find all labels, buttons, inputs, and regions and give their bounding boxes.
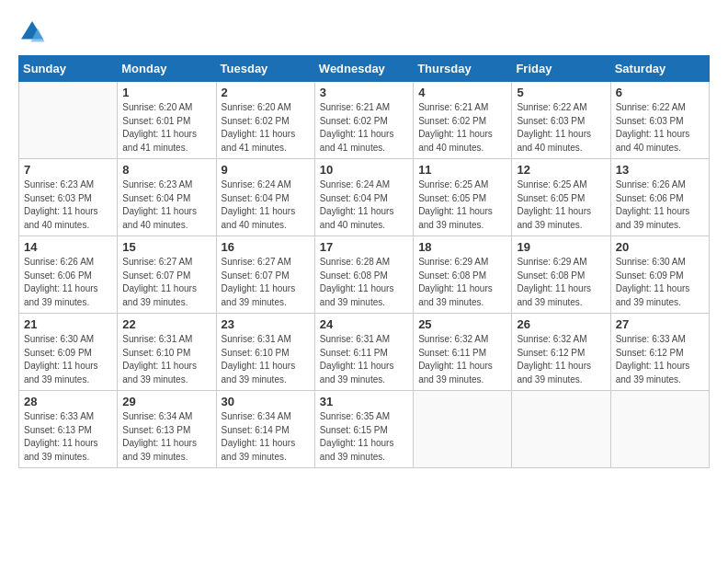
calendar-cell: 6Sunrise: 6:22 AM Sunset: 6:03 PM Daylig… — [610, 82, 709, 159]
day-number: 14 — [24, 240, 112, 254]
day-number: 5 — [517, 86, 605, 99]
calendar-cell: 31Sunrise: 6:35 AM Sunset: 6:15 PM Dayli… — [314, 391, 413, 468]
calendar-cell: 5Sunrise: 6:22 AM Sunset: 6:03 PM Daylig… — [512, 82, 610, 159]
day-number: 11 — [418, 163, 506, 177]
day-info: Sunrise: 6:20 AM Sunset: 6:01 PM Dayligh… — [122, 101, 210, 155]
day-info: Sunrise: 6:31 AM Sunset: 6:10 PM Dayligh… — [122, 333, 210, 386]
calendar-cell: 24Sunrise: 6:31 AM Sunset: 6:11 PM Dayli… — [314, 314, 413, 391]
day-info: Sunrise: 6:22 AM Sunset: 6:03 PM Dayligh… — [616, 101, 704, 155]
day-info: Sunrise: 6:24 AM Sunset: 6:04 PM Dayligh… — [222, 178, 310, 232]
day-number: 24 — [320, 317, 408, 331]
calendar-cell: 1Sunrise: 6:20 AM Sunset: 6:01 PM Daylig… — [118, 82, 216, 159]
day-info: Sunrise: 6:23 AM Sunset: 6:03 PM Dayligh… — [24, 178, 112, 232]
calendar-cell: 27Sunrise: 6:33 AM Sunset: 6:12 PM Dayli… — [610, 314, 709, 391]
day-number: 1 — [122, 86, 210, 99]
day-info: Sunrise: 6:23 AM Sunset: 6:04 PM Dayligh… — [122, 178, 210, 232]
day-info: Sunrise: 6:30 AM Sunset: 6:09 PM Dayligh… — [24, 333, 112, 386]
calendar-cell: 20Sunrise: 6:30 AM Sunset: 6:09 PM Dayli… — [610, 236, 709, 314]
calendar-cell — [19, 82, 118, 159]
day-info: Sunrise: 6:28 AM Sunset: 6:08 PM Dayligh… — [320, 256, 408, 309]
day-info: Sunrise: 6:34 AM Sunset: 6:14 PM Dayligh… — [222, 410, 310, 464]
day-info: Sunrise: 6:21 AM Sunset: 6:02 PM Dayligh… — [320, 101, 408, 155]
day-number: 7 — [24, 163, 112, 177]
day-number: 9 — [222, 163, 310, 177]
calendar-cell: 13Sunrise: 6:26 AM Sunset: 6:06 PM Dayli… — [610, 159, 709, 236]
day-number: 16 — [222, 240, 310, 254]
day-info: Sunrise: 6:29 AM Sunset: 6:08 PM Dayligh… — [418, 256, 506, 309]
calendar-cell: 26Sunrise: 6:32 AM Sunset: 6:12 PM Dayli… — [512, 314, 610, 391]
day-info: Sunrise: 6:20 AM Sunset: 6:02 PM Dayligh… — [222, 101, 310, 155]
day-number: 13 — [616, 163, 704, 177]
calendar-cell: 21Sunrise: 6:30 AM Sunset: 6:09 PM Dayli… — [19, 314, 118, 391]
calendar-cell: 19Sunrise: 6:29 AM Sunset: 6:08 PM Dayli… — [512, 236, 610, 314]
calendar: SundayMondayTuesdayWednesdayThursdayFrid… — [18, 55, 710, 468]
calendar-cell: 11Sunrise: 6:25 AM Sunset: 6:05 PM Dayli… — [414, 159, 512, 236]
day-info: Sunrise: 6:31 AM Sunset: 6:11 PM Dayligh… — [320, 333, 408, 386]
calendar-week-row: 1Sunrise: 6:20 AM Sunset: 6:01 PM Daylig… — [19, 82, 710, 159]
calendar-cell: 30Sunrise: 6:34 AM Sunset: 6:14 PM Dayli… — [216, 391, 314, 468]
calendar-cell: 4Sunrise: 6:21 AM Sunset: 6:02 PM Daylig… — [414, 82, 512, 159]
day-number: 30 — [222, 395, 310, 408]
calendar-cell: 18Sunrise: 6:29 AM Sunset: 6:08 PM Dayli… — [414, 236, 512, 314]
calendar-cell: 2Sunrise: 6:20 AM Sunset: 6:02 PM Daylig… — [216, 82, 314, 159]
day-info: Sunrise: 6:30 AM Sunset: 6:09 PM Dayligh… — [616, 256, 704, 309]
day-info: Sunrise: 6:32 AM Sunset: 6:11 PM Dayligh… — [418, 333, 506, 386]
page-header — [18, 18, 710, 46]
calendar-cell: 9Sunrise: 6:24 AM Sunset: 6:04 PM Daylig… — [216, 159, 314, 236]
day-number: 23 — [222, 317, 310, 331]
calendar-cell — [610, 391, 709, 468]
weekday-header: Friday — [512, 56, 610, 82]
weekday-header: Monday — [118, 56, 216, 82]
day-info: Sunrise: 6:25 AM Sunset: 6:05 PM Dayligh… — [418, 178, 506, 232]
weekday-header: Thursday — [414, 56, 512, 82]
day-info: Sunrise: 6:26 AM Sunset: 6:06 PM Dayligh… — [24, 256, 112, 309]
calendar-cell: 28Sunrise: 6:33 AM Sunset: 6:13 PM Dayli… — [19, 391, 118, 468]
calendar-week-row: 14Sunrise: 6:26 AM Sunset: 6:06 PM Dayli… — [19, 236, 710, 314]
calendar-cell: 17Sunrise: 6:28 AM Sunset: 6:08 PM Dayli… — [314, 236, 413, 314]
calendar-cell: 8Sunrise: 6:23 AM Sunset: 6:04 PM Daylig… — [118, 159, 216, 236]
calendar-week-row: 28Sunrise: 6:33 AM Sunset: 6:13 PM Dayli… — [19, 391, 710, 468]
day-info: Sunrise: 6:32 AM Sunset: 6:12 PM Dayligh… — [517, 333, 605, 386]
day-number: 18 — [418, 240, 506, 254]
day-number: 17 — [320, 240, 408, 254]
day-number: 3 — [320, 86, 408, 99]
weekday-header: Sunday — [19, 56, 118, 82]
weekday-header-row: SundayMondayTuesdayWednesdayThursdayFrid… — [19, 56, 710, 82]
day-number: 4 — [418, 86, 506, 99]
day-number: 29 — [122, 395, 210, 408]
day-number: 26 — [517, 317, 605, 331]
day-info: Sunrise: 6:33 AM Sunset: 6:12 PM Dayligh… — [616, 333, 704, 386]
calendar-cell: 7Sunrise: 6:23 AM Sunset: 6:03 PM Daylig… — [19, 159, 118, 236]
day-number: 19 — [517, 240, 605, 254]
day-number: 8 — [122, 163, 210, 177]
calendar-cell: 3Sunrise: 6:21 AM Sunset: 6:02 PM Daylig… — [314, 82, 413, 159]
day-info: Sunrise: 6:27 AM Sunset: 6:07 PM Dayligh… — [122, 256, 210, 309]
calendar-cell: 22Sunrise: 6:31 AM Sunset: 6:10 PM Dayli… — [118, 314, 216, 391]
day-number: 21 — [24, 317, 112, 331]
calendar-week-row: 21Sunrise: 6:30 AM Sunset: 6:09 PM Dayli… — [19, 314, 710, 391]
calendar-cell — [512, 391, 610, 468]
day-info: Sunrise: 6:27 AM Sunset: 6:07 PM Dayligh… — [222, 256, 310, 309]
day-number: 2 — [222, 86, 310, 99]
day-info: Sunrise: 6:26 AM Sunset: 6:06 PM Dayligh… — [616, 178, 704, 232]
calendar-cell: 12Sunrise: 6:25 AM Sunset: 6:05 PM Dayli… — [512, 159, 610, 236]
weekday-header: Tuesday — [216, 56, 314, 82]
logo — [18, 18, 50, 46]
day-number: 22 — [122, 317, 210, 331]
calendar-cell: 23Sunrise: 6:31 AM Sunset: 6:10 PM Dayli… — [216, 314, 314, 391]
day-number: 31 — [320, 395, 408, 408]
day-number: 10 — [320, 163, 408, 177]
calendar-cell: 10Sunrise: 6:24 AM Sunset: 6:04 PM Dayli… — [314, 159, 413, 236]
day-info: Sunrise: 6:29 AM Sunset: 6:08 PM Dayligh… — [517, 256, 605, 309]
day-info: Sunrise: 6:21 AM Sunset: 6:02 PM Dayligh… — [418, 101, 506, 155]
weekday-header: Saturday — [610, 56, 709, 82]
day-info: Sunrise: 6:34 AM Sunset: 6:13 PM Dayligh… — [122, 410, 210, 464]
day-number: 12 — [517, 163, 605, 177]
day-info: Sunrise: 6:31 AM Sunset: 6:10 PM Dayligh… — [222, 333, 310, 386]
day-info: Sunrise: 6:24 AM Sunset: 6:04 PM Dayligh… — [320, 178, 408, 232]
weekday-header: Wednesday — [314, 56, 413, 82]
day-number: 6 — [616, 86, 704, 99]
day-number: 27 — [616, 317, 704, 331]
logo-icon — [18, 18, 46, 46]
day-number: 25 — [418, 317, 506, 331]
